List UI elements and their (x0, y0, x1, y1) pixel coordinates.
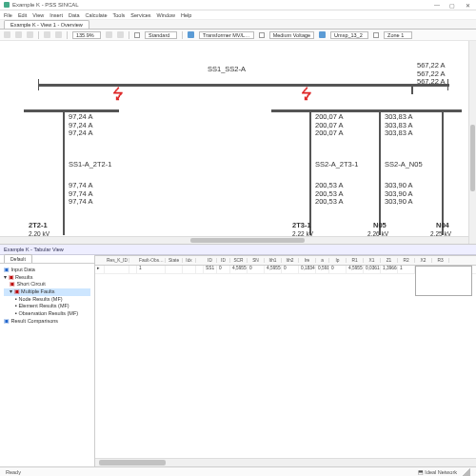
menu-data[interactable]: Data (69, 12, 80, 18)
table-body[interactable]: ▸ 1 SS1 0 4,5955451 0 4,5955451 0 0,1834… (95, 266, 476, 458)
node-2t3-1: 2T3-1 (292, 222, 311, 230)
tabular-view-title: Example K - Tabular View (0, 245, 476, 255)
col-r1[interactable]: R1 (347, 258, 364, 263)
menu-file[interactable]: File (4, 12, 12, 18)
open-icon[interactable] (15, 31, 22, 38)
tabular-pane: Res_K_ID Fault-Obs… State Idx ID ID SCR … (95, 255, 476, 466)
col-x1[interactable]: X1 (364, 258, 381, 263)
resize-grip[interactable] (463, 468, 470, 476)
menu-services[interactable]: Services (130, 12, 150, 18)
document-tab[interactable]: Example K - View 1 - Overview (4, 20, 89, 29)
tree-multiple-faults[interactable]: ▾ ▣ Multiple Faults (4, 288, 90, 296)
busbar-label: SS1_SS2-A (208, 66, 246, 74)
col-ith2[interactable]: Ith2 (282, 258, 299, 263)
layer-select-1[interactable]: Transformer MV/L… (199, 31, 254, 39)
menu-insert[interactable]: Insert (50, 12, 63, 18)
current-values-right2: 303,90 A 303,90 A 303,90 A (385, 182, 413, 207)
current-values-mid2: 200,53 A 200,53 A 200,53 A (315, 182, 344, 207)
new-icon[interactable] (4, 31, 10, 38)
canvas-scrollbar-horizontal[interactable] (0, 236, 468, 244)
col-r2[interactable]: R2 (398, 258, 415, 263)
window-title: Example K - PSS SINCAL (12, 2, 79, 8)
zoom-in-icon[interactable] (106, 31, 112, 38)
col-idx[interactable]: Idx (183, 258, 196, 263)
menu-view[interactable]: View (32, 12, 44, 18)
col-id1[interactable]: ID (204, 258, 217, 263)
menu-bar: File Edit View Insert Data Calculate Too… (0, 10, 476, 20)
col-sn[interactable]: SN (248, 258, 265, 263)
branch-label-mid: SS2-A_2T3-1 (315, 161, 358, 169)
col-ith1[interactable]: Ith1 (265, 258, 282, 263)
branch-label-left: SS1-A_2T2-1 (69, 161, 111, 169)
fault-icon: ⭍ (111, 85, 125, 105)
current-values-top-right: 567,22 A 567,22 A 567,22 A (417, 62, 446, 87)
col-a[interactable]: a (316, 258, 329, 263)
table-scrollbar-horizontal[interactable] (95, 458, 476, 466)
menu-help[interactable]: Help (181, 12, 191, 18)
checkbox-2[interactable] (259, 32, 265, 38)
node-n05: N05 (373, 222, 387, 230)
zoom-out-icon[interactable] (117, 31, 124, 38)
col-r3[interactable]: R3 (432, 258, 449, 263)
menu-calculate[interactable]: Calculate (86, 12, 108, 18)
status-network-mode: ⬒ Ideal Network (418, 469, 457, 475)
tree-results[interactable]: ▾ ▣ Results (4, 274, 90, 282)
current-values-left: 97,24 A 97,24 A 97,24 A (69, 113, 92, 138)
col-reskid[interactable]: Res_K_ID (105, 258, 129, 263)
zoom-select[interactable]: 135.9% (72, 31, 101, 39)
col-id2[interactable]: ID (217, 258, 230, 263)
col-ire[interactable]: Ire (299, 258, 316, 263)
col-x2[interactable]: X2 (415, 258, 432, 263)
app-icon (4, 2, 10, 8)
network-diagram[interactable]: SS1_SS2-A 567,22 A 567,22 A 567,22 A ⭍ ⭍… (0, 41, 476, 245)
status-text: Ready (6, 469, 21, 475)
undo-icon[interactable] (44, 31, 50, 38)
tree-short-circuit[interactable]: ▣ Short Circuit (4, 281, 90, 288)
canvas-scrollbar-vertical[interactable] (468, 41, 476, 244)
checkbox-1[interactable] (134, 32, 140, 38)
minimize-button[interactable]: ― (432, 1, 442, 9)
branch-label-right: SS2-A_N05 (385, 161, 423, 169)
tree-observation-results[interactable]: ▪ Observation Results (MF) (4, 310, 90, 318)
tree-element-results[interactable]: ▪ Element Results (MF) (4, 303, 90, 310)
layer-select-2[interactable]: Medium Voltage (269, 31, 314, 39)
style-select[interactable]: Standard (145, 31, 177, 39)
print-preview-thumbnail[interactable] (415, 266, 472, 296)
redo-icon[interactable] (55, 31, 62, 38)
menu-tools[interactable]: Tools (113, 12, 126, 18)
menu-window[interactable]: Window (156, 12, 175, 18)
tree-pane[interactable]: Default ▣ Input Data ▾ ▣ Results ▣ Short… (0, 255, 95, 466)
layer-select-3[interactable]: Umsp_13_2 (330, 31, 368, 39)
col-state[interactable]: State (166, 258, 183, 263)
layer-icon[interactable] (188, 31, 194, 38)
col-scr[interactable]: SCR (230, 258, 248, 263)
col-faultobs[interactable]: Fault-Obs… (137, 258, 166, 263)
node-2t2-1: 2T2-1 (29, 222, 48, 230)
fault-icon: ⭍ (300, 85, 313, 105)
tree-result-comparisons[interactable]: ▣ Result Comparisons (4, 318, 90, 326)
col-z1[interactable]: Z1 (381, 258, 398, 263)
col-ip[interactable]: Ip (329, 258, 347, 263)
current-values-mid: 200,07 A 200,07 A 200,07 A (315, 113, 344, 138)
close-button[interactable]: ✕ (463, 1, 472, 9)
layer-select-4[interactable]: Zone 1 (384, 31, 412, 39)
node-n04: N04 (436, 222, 449, 230)
checkbox-3[interactable] (373, 32, 379, 38)
tree-input-data[interactable]: ▣ Input Data (4, 267, 90, 274)
current-values-left2: 97,74 A 97,74 A 97,74 A (69, 182, 92, 207)
tree-tab-default[interactable]: Default (4, 254, 32, 263)
maximize-button[interactable]: ▢ (447, 1, 457, 9)
current-values-right: 303,83 A 303,83 A 303,83 A (385, 113, 413, 138)
save-icon[interactable] (27, 31, 33, 38)
zone-icon[interactable] (319, 31, 326, 38)
tree-node-results[interactable]: ▪ Node Results (MF) (4, 296, 90, 304)
table-header[interactable]: Res_K_ID Fault-Obs… State Idx ID ID SCR … (95, 256, 476, 266)
menu-edit[interactable]: Edit (18, 12, 27, 18)
